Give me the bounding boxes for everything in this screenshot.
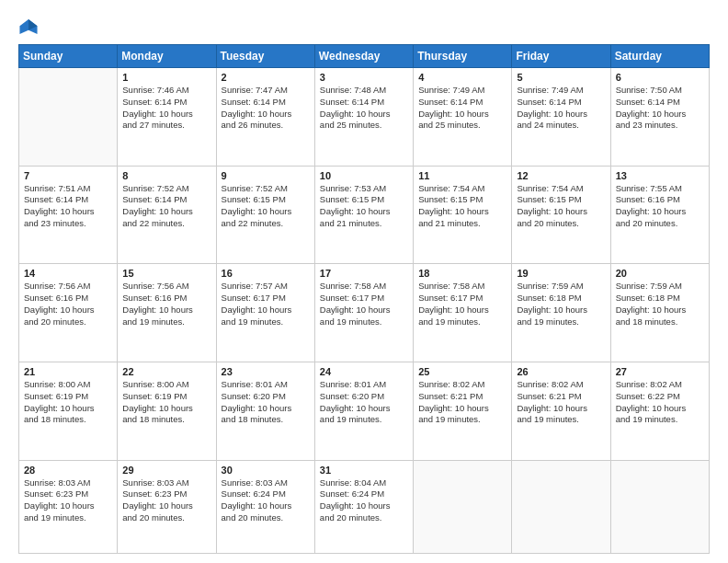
calendar-day-cell: 7Sunrise: 7:51 AM Sunset: 6:14 PM Daylig… xyxy=(19,166,118,264)
calendar-day-cell: 17Sunrise: 7:58 AM Sunset: 6:17 PM Dayli… xyxy=(314,264,413,362)
logo xyxy=(18,17,40,37)
calendar-day-cell: 20Sunrise: 7:59 AM Sunset: 6:18 PM Dayli… xyxy=(610,264,709,362)
calendar-day-cell: 14Sunrise: 7:56 AM Sunset: 6:16 PM Dayli… xyxy=(19,264,118,362)
day-detail: Sunrise: 8:03 AM Sunset: 6:24 PM Dayligh… xyxy=(222,477,310,524)
calendar-day-cell: 28Sunrise: 8:03 AM Sunset: 6:23 PM Dayli… xyxy=(19,460,118,554)
calendar-day-cell: 18Sunrise: 7:58 AM Sunset: 6:17 PM Dayli… xyxy=(414,264,512,362)
day-detail: Sunrise: 7:53 AM Sunset: 6:15 PM Dayligh… xyxy=(320,183,408,230)
calendar-day-cell: 24Sunrise: 8:01 AM Sunset: 6:20 PM Dayli… xyxy=(314,362,413,460)
day-number: 31 xyxy=(320,465,408,476)
day-detail: Sunrise: 7:49 AM Sunset: 6:14 PM Dayligh… xyxy=(418,85,506,132)
day-number: 6 xyxy=(616,72,704,83)
day-number: 19 xyxy=(517,268,605,279)
day-number: 11 xyxy=(418,170,506,181)
day-number: 5 xyxy=(517,72,605,83)
calendar-day-cell: 12Sunrise: 7:54 AM Sunset: 6:15 PM Dayli… xyxy=(512,166,610,264)
day-number: 17 xyxy=(320,268,408,279)
day-number: 14 xyxy=(24,268,112,279)
calendar-week-row: 1Sunrise: 7:46 AM Sunset: 6:14 PM Daylig… xyxy=(19,68,710,167)
calendar-week-row: 21Sunrise: 8:00 AM Sunset: 6:19 PM Dayli… xyxy=(19,362,710,460)
day-detail: Sunrise: 7:54 AM Sunset: 6:15 PM Dayligh… xyxy=(517,183,605,230)
day-detail: Sunrise: 8:03 AM Sunset: 6:23 PM Dayligh… xyxy=(24,477,112,524)
day-number: 12 xyxy=(517,170,605,181)
calendar-day-cell xyxy=(19,68,118,167)
day-number: 4 xyxy=(418,72,506,83)
calendar-day-cell: 26Sunrise: 8:02 AM Sunset: 6:21 PM Dayli… xyxy=(512,362,610,460)
day-detail: Sunrise: 7:46 AM Sunset: 6:14 PM Dayligh… xyxy=(122,85,210,132)
calendar-day-cell: 22Sunrise: 8:00 AM Sunset: 6:19 PM Dayli… xyxy=(118,362,216,460)
calendar-day-cell: 1Sunrise: 7:46 AM Sunset: 6:14 PM Daylig… xyxy=(118,68,216,167)
calendar-table: SundayMondayTuesdayWednesdayThursdayFrid… xyxy=(18,44,710,554)
day-detail: Sunrise: 7:59 AM Sunset: 6:18 PM Dayligh… xyxy=(616,281,704,327)
calendar-day-cell: 25Sunrise: 8:02 AM Sunset: 6:21 PM Dayli… xyxy=(414,362,512,460)
calendar-header-friday: Friday xyxy=(512,45,610,68)
day-number: 3 xyxy=(320,72,408,83)
day-detail: Sunrise: 7:52 AM Sunset: 6:14 PM Dayligh… xyxy=(122,183,210,230)
day-number: 29 xyxy=(122,465,210,476)
day-number: 10 xyxy=(320,170,408,181)
calendar-day-cell: 4Sunrise: 7:49 AM Sunset: 6:14 PM Daylig… xyxy=(414,68,512,167)
day-detail: Sunrise: 8:03 AM Sunset: 6:23 PM Dayligh… xyxy=(122,477,210,524)
calendar-day-cell: 21Sunrise: 8:00 AM Sunset: 6:19 PM Dayli… xyxy=(19,362,118,460)
calendar-day-cell: 15Sunrise: 7:56 AM Sunset: 6:16 PM Dayli… xyxy=(118,264,216,362)
calendar-header-row: SundayMondayTuesdayWednesdayThursdayFrid… xyxy=(19,45,710,68)
day-number: 23 xyxy=(222,366,310,377)
day-detail: Sunrise: 7:58 AM Sunset: 6:17 PM Dayligh… xyxy=(418,281,506,327)
calendar-day-cell xyxy=(512,460,610,554)
calendar-day-cell: 29Sunrise: 8:03 AM Sunset: 6:23 PM Dayli… xyxy=(118,460,216,554)
day-number: 22 xyxy=(122,366,210,377)
calendar-day-cell: 27Sunrise: 8:02 AM Sunset: 6:22 PM Dayli… xyxy=(610,362,709,460)
day-detail: Sunrise: 7:55 AM Sunset: 6:16 PM Dayligh… xyxy=(616,183,704,230)
day-number: 15 xyxy=(122,268,210,279)
calendar-header-wednesday: Wednesday xyxy=(314,45,413,68)
calendar-day-cell: 9Sunrise: 7:52 AM Sunset: 6:15 PM Daylig… xyxy=(216,166,314,264)
logo-icon xyxy=(18,17,39,37)
day-number: 21 xyxy=(24,366,112,377)
day-number: 13 xyxy=(616,170,704,181)
day-detail: Sunrise: 8:02 AM Sunset: 6:22 PM Dayligh… xyxy=(616,379,704,426)
calendar-week-row: 14Sunrise: 7:56 AM Sunset: 6:16 PM Dayli… xyxy=(19,264,710,362)
calendar-day-cell: 8Sunrise: 7:52 AM Sunset: 6:14 PM Daylig… xyxy=(118,166,216,264)
day-number: 20 xyxy=(616,268,704,279)
calendar-day-cell: 19Sunrise: 7:59 AM Sunset: 6:18 PM Dayli… xyxy=(512,264,610,362)
day-number: 16 xyxy=(222,268,310,279)
day-detail: Sunrise: 7:49 AM Sunset: 6:14 PM Dayligh… xyxy=(517,85,605,132)
day-detail: Sunrise: 8:00 AM Sunset: 6:19 PM Dayligh… xyxy=(24,379,112,426)
day-number: 18 xyxy=(418,268,506,279)
day-number: 26 xyxy=(517,366,605,377)
calendar-day-cell: 5Sunrise: 7:49 AM Sunset: 6:14 PM Daylig… xyxy=(512,68,610,167)
calendar-day-cell: 23Sunrise: 8:01 AM Sunset: 6:20 PM Dayli… xyxy=(216,362,314,460)
day-detail: Sunrise: 8:02 AM Sunset: 6:21 PM Dayligh… xyxy=(517,379,605,426)
day-detail: Sunrise: 7:51 AM Sunset: 6:14 PM Dayligh… xyxy=(24,183,112,230)
day-number: 9 xyxy=(222,170,310,181)
calendar-day-cell: 10Sunrise: 7:53 AM Sunset: 6:15 PM Dayli… xyxy=(314,166,413,264)
day-detail: Sunrise: 7:57 AM Sunset: 6:17 PM Dayligh… xyxy=(222,281,310,327)
day-detail: Sunrise: 7:47 AM Sunset: 6:14 PM Dayligh… xyxy=(222,85,310,132)
day-detail: Sunrise: 8:01 AM Sunset: 6:20 PM Dayligh… xyxy=(320,379,408,426)
page: SundayMondayTuesdayWednesdayThursdayFrid… xyxy=(0,0,728,563)
calendar-day-cell: 16Sunrise: 7:57 AM Sunset: 6:17 PM Dayli… xyxy=(216,264,314,362)
day-number: 28 xyxy=(24,465,112,476)
day-number: 8 xyxy=(122,170,210,181)
day-number: 25 xyxy=(418,366,506,377)
day-detail: Sunrise: 7:52 AM Sunset: 6:15 PM Dayligh… xyxy=(222,183,310,230)
calendar-header-monday: Monday xyxy=(118,45,216,68)
header xyxy=(18,17,710,37)
day-detail: Sunrise: 8:04 AM Sunset: 6:24 PM Dayligh… xyxy=(320,477,408,524)
calendar-header-thursday: Thursday xyxy=(414,45,512,68)
day-detail: Sunrise: 7:58 AM Sunset: 6:17 PM Dayligh… xyxy=(320,281,408,327)
day-detail: Sunrise: 8:02 AM Sunset: 6:21 PM Dayligh… xyxy=(418,379,506,426)
day-number: 27 xyxy=(616,366,704,377)
calendar-day-cell: 2Sunrise: 7:47 AM Sunset: 6:14 PM Daylig… xyxy=(216,68,314,167)
day-number: 24 xyxy=(320,366,408,377)
calendar-week-row: 28Sunrise: 8:03 AM Sunset: 6:23 PM Dayli… xyxy=(19,460,710,554)
calendar-header-sunday: Sunday xyxy=(19,45,118,68)
calendar-day-cell: 11Sunrise: 7:54 AM Sunset: 6:15 PM Dayli… xyxy=(414,166,512,264)
calendar-header-saturday: Saturday xyxy=(610,45,709,68)
day-detail: Sunrise: 7:54 AM Sunset: 6:15 PM Dayligh… xyxy=(418,183,506,230)
calendar-day-cell xyxy=(610,460,709,554)
calendar-day-cell: 31Sunrise: 8:04 AM Sunset: 6:24 PM Dayli… xyxy=(314,460,413,554)
day-number: 7 xyxy=(24,170,112,181)
calendar-header-tuesday: Tuesday xyxy=(216,45,314,68)
day-detail: Sunrise: 8:00 AM Sunset: 6:19 PM Dayligh… xyxy=(122,379,210,426)
